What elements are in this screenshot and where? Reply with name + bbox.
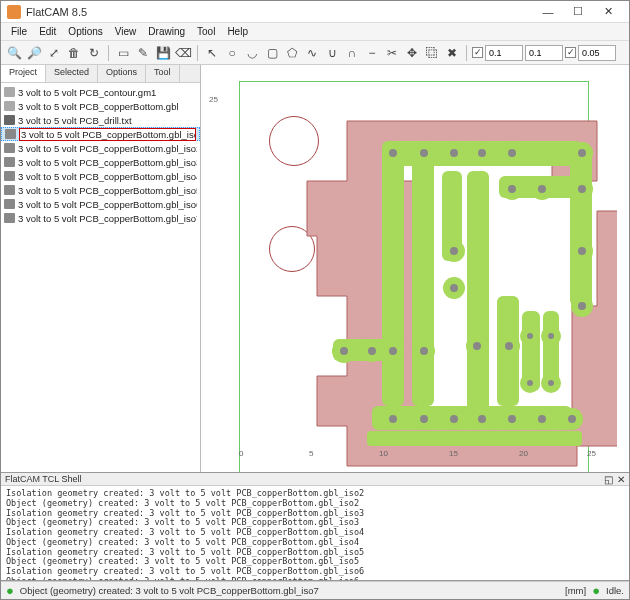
intersect-icon[interactable]: ∩: [343, 44, 361, 62]
x-tick: 10: [379, 449, 388, 458]
gerber-icon: [4, 101, 15, 111]
svg-point-51: [578, 185, 586, 193]
menu-help[interactable]: Help: [221, 24, 254, 39]
grid-x-input[interactable]: [485, 45, 523, 61]
tree-item[interactable]: 3 volt to 5 volt PCB_copperBottom.gbl_is…: [1, 169, 200, 183]
menu-file[interactable]: File: [5, 24, 33, 39]
tree-item[interactable]: 3 volt to 5 volt PCB_contour.gm1: [1, 85, 200, 99]
svg-point-54: [450, 284, 458, 292]
tree-item-label: 3 volt to 5 volt PCB_copperBottom.gbl_is…: [18, 157, 197, 168]
svg-rect-2: [412, 146, 434, 406]
window-title: FlatCAM 8.5: [26, 6, 533, 18]
drill-icon: [4, 115, 15, 125]
grid-y-input[interactable]: [525, 45, 563, 61]
menu-drawing[interactable]: Drawing: [142, 24, 191, 39]
tree-item[interactable]: 3 volt to 5 volt PCB_copperBottom.gbl_is…: [1, 211, 200, 225]
zoom-out-icon[interactable]: 🔎: [25, 44, 43, 62]
snap-checkbox[interactable]: [565, 47, 576, 58]
tab-tool[interactable]: Tool: [146, 65, 180, 82]
gerber-icon: [4, 87, 15, 97]
arc-icon[interactable]: ◡: [243, 44, 261, 62]
delete-icon[interactable]: ⌫: [174, 44, 192, 62]
tree-item[interactable]: 3 volt to 5 volt PCB_copperBottom.gbl_is…: [1, 197, 200, 211]
tree-item-label: 3 volt to 5 volt PCB_contour.gm1: [18, 87, 156, 98]
union-icon[interactable]: ∪: [323, 44, 341, 62]
idle-bullet-icon: ●: [592, 587, 600, 595]
menu-edit[interactable]: Edit: [33, 24, 62, 39]
close-button[interactable]: ✕: [593, 2, 623, 22]
plot-area[interactable]: 25 0 5 10 15 20 25: [209, 71, 623, 454]
separator: [108, 45, 109, 61]
path-icon[interactable]: ∿: [303, 44, 321, 62]
copy-icon[interactable]: ⿻: [423, 44, 441, 62]
new-geo-icon[interactable]: ▭: [114, 44, 132, 62]
tree-item-label: 3 volt to 5 volt PCB_copperBottom.gbl_is…: [18, 143, 197, 154]
x-tick: 20: [519, 449, 528, 458]
subtract-icon[interactable]: −: [363, 44, 381, 62]
geo-icon: [4, 213, 15, 223]
svg-point-57: [368, 347, 376, 355]
geo-icon: [4, 171, 15, 181]
clear-plot-icon[interactable]: 🗑: [65, 44, 83, 62]
geo-icon: [4, 143, 15, 153]
status-bullet-icon: ●: [6, 587, 14, 595]
svg-point-52: [450, 247, 458, 255]
svg-point-50: [538, 185, 546, 193]
move-icon[interactable]: ✥: [403, 44, 421, 62]
shell-title: FlatCAM TCL Shell: [5, 474, 82, 484]
tree-item-label: 3 volt to 5 volt PCB_copperBottom.gbl_is…: [19, 128, 196, 141]
select-icon[interactable]: ↖: [203, 44, 221, 62]
replot-icon[interactable]: ↻: [85, 44, 103, 62]
svg-point-46: [478, 149, 486, 157]
tree-item[interactable]: 3 volt to 5 volt PCB_copperBottom.gbl_is…: [1, 183, 200, 197]
snap-input[interactable]: [578, 45, 616, 61]
menu-tool[interactable]: Tool: [191, 24, 221, 39]
cut-icon[interactable]: ✂: [383, 44, 401, 62]
svg-point-67: [538, 415, 546, 423]
status-units: [mm]: [565, 585, 586, 596]
tree-item[interactable]: 3 volt to 5 volt PCB_copperBottom.gbl_is…: [1, 127, 200, 141]
tree-item[interactable]: 3 volt to 5 volt PCB_drill.txt: [1, 113, 200, 127]
zoom-in-icon[interactable]: 🔍: [5, 44, 23, 62]
menu-options[interactable]: Options: [62, 24, 108, 39]
circle-icon[interactable]: ○: [223, 44, 241, 62]
tree-item-label: 3 volt to 5 volt PCB_copperBottom.gbl: [18, 101, 179, 112]
menubar: File Edit Options View Drawing Tool Help: [1, 23, 629, 41]
save-geo-icon[interactable]: 💾: [154, 44, 172, 62]
tab-project[interactable]: Project: [1, 65, 46, 82]
shell-undock-icon[interactable]: ◱: [604, 474, 613, 485]
tab-options[interactable]: Options: [98, 65, 146, 82]
rect-icon[interactable]: ▢: [263, 44, 281, 62]
separator: [197, 45, 198, 61]
svg-rect-4: [467, 171, 489, 421]
minimize-button[interactable]: —: [533, 2, 563, 22]
x-tick: 15: [449, 449, 458, 458]
tab-selected[interactable]: Selected: [46, 65, 98, 82]
tree-item[interactable]: 3 volt to 5 volt PCB_copperBottom.gbl: [1, 99, 200, 113]
svg-point-69: [527, 333, 533, 339]
tree-item-label: 3 volt to 5 volt PCB_copperBottom.gbl_is…: [18, 185, 197, 196]
x-tick: 25: [587, 449, 596, 458]
shell-close-icon[interactable]: ✕: [617, 474, 625, 485]
svg-point-65: [478, 415, 486, 423]
svg-point-61: [505, 342, 513, 350]
polygon-icon[interactable]: ⬠: [283, 44, 301, 62]
maximize-button[interactable]: ☐: [563, 2, 593, 22]
tree-item[interactable]: 3 volt to 5 volt PCB_copperBottom.gbl_is…: [1, 155, 200, 169]
svg-point-43: [389, 149, 397, 157]
tree-item[interactable]: 3 volt to 5 volt PCB_copperBottom.gbl_is…: [1, 141, 200, 155]
statusbar: ● Object (geometry) created: 3 volt to 5…: [1, 581, 629, 599]
menu-view[interactable]: View: [109, 24, 143, 39]
tcl-shell[interactable]: Isolation geometry created: 3 volt to 5 …: [1, 486, 629, 581]
main-area: Project Selected Options Tool 3 volt to …: [1, 65, 629, 472]
status-message: Object (geometry) created: 3 volt to 5 v…: [20, 585, 319, 596]
zoom-fit-icon[interactable]: ⤢: [45, 44, 63, 62]
project-tree[interactable]: 3 volt to 5 volt PCB_contour.gm13 volt t…: [1, 83, 200, 472]
svg-point-63: [420, 415, 428, 423]
grid-checkbox[interactable]: [472, 47, 483, 58]
geo-icon: [4, 157, 15, 167]
canvas[interactable]: 25 0 5 10 15 20 25: [201, 65, 629, 472]
delete-shape-icon[interactable]: ✖: [443, 44, 461, 62]
y-tick: 25: [209, 95, 218, 104]
edit-geo-icon[interactable]: ✎: [134, 44, 152, 62]
